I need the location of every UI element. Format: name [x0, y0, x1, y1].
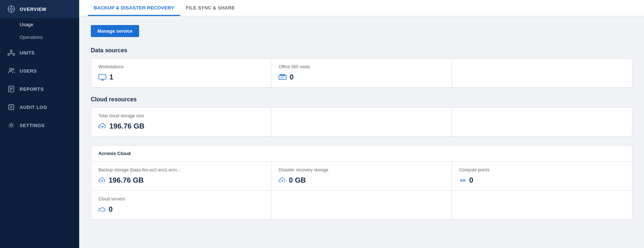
sidebar-item-reports-label: REPORTS [20, 86, 44, 92]
svg-line-36 [462, 181, 463, 182]
sidebar-item-settings-label: SETTINGS [20, 123, 45, 128]
total-cloud-label: Total cloud storage size [98, 113, 264, 118]
acronis-empty1 [271, 191, 451, 219]
cloud-server-icon [98, 206, 106, 213]
office365-card: Office 365 seats 0 [271, 58, 451, 87]
sidebar-subitem-usage-label: Usage [20, 22, 33, 27]
reports-icon [7, 85, 15, 93]
svg-point-6 [11, 50, 12, 52]
sidebar-item-reports[interactable]: REPORTS [0, 80, 79, 98]
cloud-servers-card: Cloud servers 0 [91, 191, 271, 219]
compute-points-value: 0 [459, 176, 625, 184]
svg-point-13 [12, 69, 14, 70]
manage-service-button[interactable]: Manage service [91, 25, 139, 37]
sidebar-item-audit-log-label: AUDIT LOG [20, 105, 47, 110]
sidebar-item-users[interactable]: USERS [0, 62, 79, 80]
cloud-resources-cards: Total cloud storage size 196.76 GB [91, 107, 632, 137]
tabs-bar: BACKUP & DISASTER RECOVERY FILE SYNC & S… [79, 0, 644, 16]
cloud-servers-value: 0 [98, 205, 264, 214]
disaster-recovery-value: 0 GB [279, 176, 444, 184]
compute-points-icon [459, 176, 466, 184]
cloud-resources-title: Cloud resources [91, 96, 632, 103]
main-content: BACKUP & DISASTER RECOVERY FILE SYNC & S… [79, 0, 644, 248]
sidebar-item-units[interactable]: UNITS [0, 44, 79, 62]
workstations-label: Workstations [98, 64, 264, 69]
sidebar-item-overview[interactable]: OVERVIEW [0, 0, 79, 18]
cloud-resources-empty2 [452, 107, 632, 136]
svg-line-11 [11, 53, 14, 54]
data-sources-cards: Workstations 1 Office 365 seats [91, 58, 632, 88]
sidebar-subitem-operations[interactable]: Operations [0, 31, 79, 44]
acronis-cloud-title: Acronis Cloud [91, 146, 632, 162]
acronis-cloud-box: Acronis Cloud Backup storage (baas-fes-u… [91, 145, 632, 220]
cloud-resources-empty1 [271, 107, 451, 136]
workstations-card: Workstations 1 [91, 58, 271, 87]
sidebar-item-audit-log[interactable]: AUDIT LOG [0, 98, 79, 116]
svg-point-1 [10, 8, 12, 10]
svg-point-7 [8, 54, 10, 56]
total-cloud-card: Total cloud storage size 196.76 GB [91, 107, 271, 136]
users-icon [7, 67, 15, 75]
sidebar: OVERVIEW Usage Operations UNITS [0, 0, 79, 248]
sidebar-item-units-label: UNITS [20, 50, 35, 56]
backup-storage-card: Backup storage (baas-fes-us2-acs1.acro..… [91, 162, 271, 191]
audit-log-icon [7, 103, 15, 111]
office365-icon [279, 73, 287, 81]
backup-storage-value: 196.76 GB [98, 176, 264, 184]
workstations-value: 1 [98, 73, 264, 81]
tab-backup-disaster[interactable]: BACKUP & DISASTER RECOVERY [88, 0, 180, 16]
disaster-recovery-label: Disaster recovery storage [279, 167, 444, 172]
units-icon [7, 49, 15, 57]
sidebar-item-users-label: USERS [20, 68, 37, 74]
svg-point-8 [13, 54, 15, 56]
svg-rect-26 [279, 75, 286, 80]
cloud-upload-icon [98, 122, 106, 130]
office365-label: Office 365 seats [279, 64, 444, 69]
disaster-recovery-card: Disaster recovery storage 0 GB [271, 162, 451, 191]
sidebar-subitem-operations-label: Operations [20, 34, 43, 40]
backup-storage-icon [98, 176, 106, 184]
svg-point-33 [460, 180, 462, 181]
svg-line-35 [462, 179, 463, 180]
overview-icon [7, 5, 15, 13]
svg-point-22 [10, 124, 12, 126]
office365-value: 0 [279, 73, 444, 81]
backup-storage-label: Backup storage (baas-fes-us2-acs1.acro..… [98, 167, 264, 172]
total-cloud-value: 196.76 GB [98, 122, 264, 130]
settings-icon [7, 121, 15, 129]
svg-line-10 [9, 53, 11, 54]
tab-file-sync[interactable]: FILE SYNC & SHARE [180, 0, 241, 16]
disaster-recovery-icon [279, 176, 286, 184]
svg-rect-23 [99, 74, 106, 79]
acronis-empty2 [452, 191, 632, 219]
data-sources-title: Data sources [91, 47, 632, 54]
workstation-icon [98, 73, 106, 81]
compute-points-card: Compute points 0 [452, 162, 632, 191]
svg-point-12 [9, 68, 12, 70]
cloud-servers-label: Cloud servers [98, 196, 264, 202]
acronis-cloud-grid: Backup storage (baas-fes-us2-acs1.acro..… [91, 162, 632, 219]
sidebar-subitem-usage[interactable]: Usage [0, 18, 79, 31]
content-area: Manage service Data sources Workstations… [79, 16, 644, 248]
sidebar-item-settings[interactable]: SETTINGS [0, 116, 79, 134]
compute-points-label: Compute points [459, 167, 625, 172]
sidebar-item-overview-label: OVERVIEW [20, 7, 46, 12]
svg-point-34 [463, 180, 465, 181]
data-sources-empty-card [452, 58, 632, 87]
